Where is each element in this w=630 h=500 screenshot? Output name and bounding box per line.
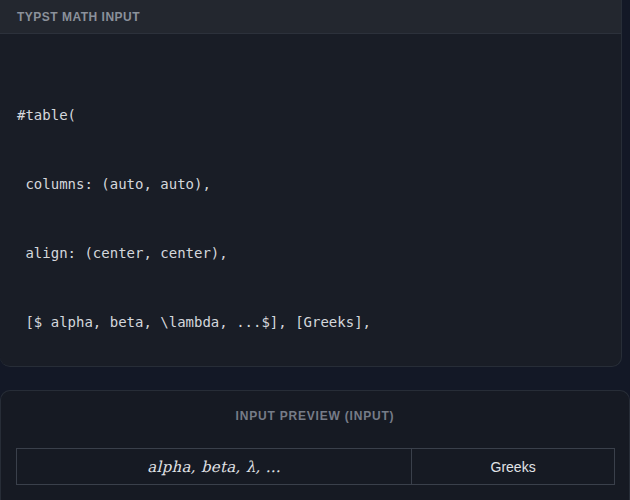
code-line: columns: (auto, auto), xyxy=(17,173,604,196)
preview-table-cell-greeks: Greeks xyxy=(412,449,614,484)
input-preview-label: INPUT PREVIEW (INPUT) xyxy=(1,409,629,423)
code-line: [$ alpha, beta, \lambda, ...$], [Greeks]… xyxy=(17,311,604,334)
typst-input-card: TYPST MATH INPUT #table( columns: (auto,… xyxy=(0,0,622,367)
page: TYPST MATH INPUT #table( columns: (auto,… xyxy=(0,0,630,500)
preview-table-cell-math: alpha, beta, λ, ... xyxy=(17,449,412,484)
code-line: #table( xyxy=(17,104,604,127)
typst-input-card-title: TYPST MATH INPUT xyxy=(17,10,140,24)
input-preview-panel: INPUT PREVIEW (INPUT) alpha, beta, λ, ..… xyxy=(0,390,630,500)
typst-code-block: #table( columns: (auto, auto), align: (c… xyxy=(0,34,621,367)
typst-input-card-header: TYPST MATH INPUT xyxy=(0,0,621,34)
code-line: align: (center, center), xyxy=(17,242,604,265)
preview-table: alpha, beta, λ, ... Greeks xyxy=(16,448,615,485)
